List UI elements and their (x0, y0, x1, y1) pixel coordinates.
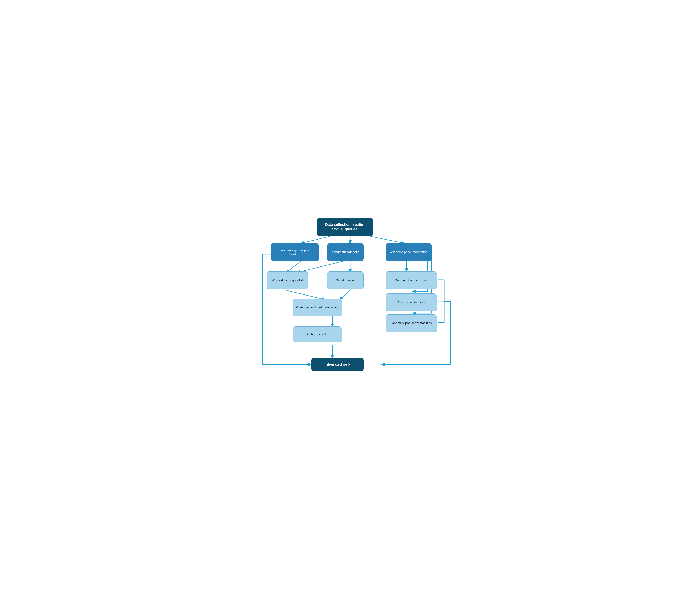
node-landmark-geo: Landmark geographic location (271, 243, 319, 261)
node-category-rank: Category rank (293, 327, 342, 342)
node-wiki-page-info: Wikipedia page information (386, 243, 432, 261)
flowchart-diagram: Data collection: spatio-textual queries … (256, 216, 444, 379)
node-data-collection: Data collection: spatio-textual queries (317, 218, 373, 236)
svg-line-8 (340, 290, 350, 300)
node-page-attr-stats: Page attribute statistics (386, 272, 437, 289)
node-questionnaire: Questionnaire (327, 272, 364, 289)
node-wiki-cat-list: Wikipedia category list (267, 272, 308, 289)
node-common-landmark: Common landmark categories (293, 299, 342, 316)
svg-line-1 (301, 236, 331, 243)
svg-line-5 (297, 261, 344, 273)
svg-line-3 (369, 236, 404, 243)
svg-line-7 (286, 290, 325, 300)
svg-line-4 (286, 261, 301, 273)
node-landmark-cat: Landmark category (327, 243, 364, 261)
node-integrated-rank: Integrated rank (312, 358, 364, 371)
node-landmark-pop-stats: Landmark popularity statistics (386, 314, 437, 332)
node-page-traffic-stats: Page traffic statistics (386, 293, 437, 311)
